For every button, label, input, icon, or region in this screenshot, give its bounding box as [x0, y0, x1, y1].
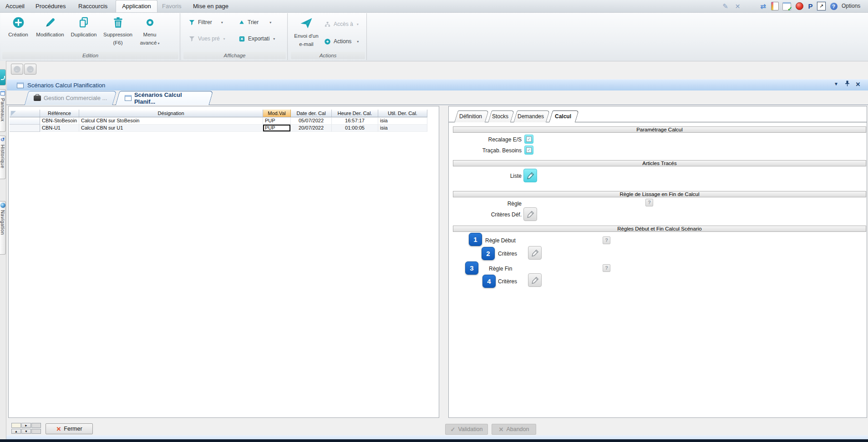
close-document-icon[interactable]: ✕: [854, 81, 862, 88]
menu-application[interactable]: Application: [116, 0, 157, 12]
col-header-util[interactable]: Util. Der. Cal.: [378, 110, 427, 117]
sidebar-tab-navigation[interactable]: Navigation: [0, 201, 6, 255]
record-last-button[interactable]: ►: [21, 423, 31, 428]
pin-glyph: [845, 80, 850, 86]
record-extra-button1[interactable]: [31, 423, 41, 428]
cell-reference[interactable]: CBN-StoBesoin: [40, 117, 79, 125]
table-row[interactable]: CBN-StoBesoin Calcul CBN sur StoBesoin P…: [10, 117, 427, 125]
menu-avance-button[interactable]: Menu avancé▾: [136, 15, 164, 52]
cell-date[interactable]: 05/07/2022: [291, 117, 332, 125]
liste-edit-button[interactable]: [523, 169, 537, 182]
section-parametrage-calcul: Paramétrage Calcul: [453, 126, 866, 133]
cell-reference[interactable]: CBN-U1: [40, 125, 79, 132]
validation-button[interactable]: ✓ Validation: [445, 424, 488, 435]
pin-icon[interactable]: [843, 80, 851, 88]
p-flag-icon[interactable]: P: [806, 1, 815, 11]
col-header-date[interactable]: Date der. Cal: [291, 110, 332, 117]
creation-button[interactable]: Création: [3, 15, 33, 52]
signature-edit-icon[interactable]: ✎: [721, 1, 730, 11]
cell-designation[interactable]: Calcul CBN sur U1: [79, 125, 263, 132]
tab-demandes[interactable]: Demandes: [513, 110, 548, 122]
help-icon[interactable]: ?: [829, 1, 838, 11]
menu-avance-label-line1: Menu: [143, 32, 157, 37]
record-prev-button[interactable]: ▲: [11, 429, 21, 434]
cell-designation[interactable]: Calcul CBN sur StoBesoin: [79, 117, 263, 125]
acces-a-button[interactable]: Accès à ▾: [324, 20, 359, 29]
titlebar-dropdown-icon[interactable]: ▼: [832, 81, 840, 86]
check-icon: ✓: [451, 426, 456, 433]
help-glyph: ?: [830, 3, 838, 10]
notebook-icon[interactable]: [770, 1, 780, 11]
regle-fin-help-button[interactable]: ?: [603, 264, 610, 272]
vues-pre-label: Vues pré: [198, 35, 220, 42]
exportation-button[interactable]: Exportati ▾: [239, 34, 275, 43]
col-header-heure[interactable]: Heure Der. Cal.: [332, 110, 378, 117]
sync-icon[interactable]: ⇄: [758, 1, 768, 11]
envoi-email-button[interactable]: Envoi d'un e-mail: [291, 15, 321, 52]
record-icon[interactable]: [795, 1, 804, 11]
tracab-checkbox[interactable]: ✓: [524, 146, 533, 155]
criteres-debut-button[interactable]: [528, 246, 542, 260]
actions-button[interactable]: Actions ▾: [324, 37, 359, 46]
filtrer-button[interactable]: Filtrer ▾: [188, 18, 223, 27]
col-header-modval[interactable]: Mod.Val: [263, 110, 291, 117]
history-forward-button[interactable]: →: [24, 64, 36, 75]
options-button[interactable]: Options: [842, 0, 860, 12]
tab-definition[interactable]: Définition: [454, 110, 487, 122]
delete-x-icon[interactable]: ✕: [733, 1, 742, 11]
panels-icon: [0, 91, 5, 95]
sidebar-collapsed-panel-tab[interactable]: [0, 69, 6, 85]
col-header-designation[interactable]: Désignation: [79, 110, 263, 117]
menu-raccourcis[interactable]: Raccourcis: [78, 0, 107, 12]
history-back-button[interactable]: ←: [11, 64, 23, 75]
grid-panel: Référence Désignation Mod.Val Date der. …: [8, 106, 439, 418]
tab-scenarios-calcul[interactable]: Scénarios Calcul Planif...: [115, 91, 211, 105]
cell-heure[interactable]: 01:00:05: [332, 125, 378, 132]
duplication-button[interactable]: Duplication: [67, 15, 100, 52]
sidebar-tab-panneaux[interactable]: Panneaux: [0, 89, 6, 132]
task-check-icon[interactable]: [782, 1, 792, 11]
abandon-button[interactable]: ✕ Abandon: [492, 424, 536, 435]
vues-pre-button[interactable]: Vues pré ▾: [188, 34, 225, 43]
cell-modval-selected[interactable]: PUP: [263, 125, 291, 132]
suppression-button[interactable]: Suppression (F6): [100, 15, 136, 52]
tab-gestion-commerciale[interactable]: Gestion Commerciale ...: [24, 91, 115, 105]
sidebar-tab-historique[interactable]: ↺ Historique: [0, 136, 6, 179]
tab-stocks[interactable]: Stocks: [488, 110, 513, 122]
menu-procedures[interactable]: Procédures: [36, 0, 66, 12]
table-row[interactable]: CBN-U1 Calcul CBN sur U1 PUP 20/07/2022 …: [10, 125, 427, 132]
tracab-label: Traçab. Besoins: [453, 147, 522, 154]
pencil-icon: [44, 16, 56, 29]
trier-button[interactable]: Trier ▾: [239, 18, 271, 27]
record-next-button[interactable]: ▼: [21, 429, 31, 434]
cell-date[interactable]: 20/07/2022: [291, 125, 332, 132]
row-selector-cell[interactable]: [10, 117, 40, 125]
record-first-button[interactable]: [11, 423, 21, 428]
fermer-button[interactable]: ✕ Fermer: [46, 423, 93, 434]
menu-mise-en-page[interactable]: Mise en page: [193, 0, 228, 12]
criteres-fin-button[interactable]: [528, 273, 542, 287]
annotation-badge-4: 4: [482, 275, 496, 288]
arrow-circle-icon: [324, 38, 331, 45]
filter-icon: [188, 19, 195, 26]
menu-avance-caret-icon: ▾: [158, 41, 160, 45]
criteres-def-button[interactable]: [523, 207, 537, 221]
tab-calcul[interactable]: Calcul: [549, 110, 577, 122]
grid-corner-cell[interactable]: [10, 110, 40, 117]
recalage-checkbox[interactable]: ✓: [524, 135, 533, 144]
cell-heure[interactable]: 16:57:17: [332, 117, 378, 125]
menu-accueil[interactable]: Accueil: [5, 0, 25, 12]
col-header-reference[interactable]: Référence: [40, 110, 79, 117]
cell-util[interactable]: isia: [378, 125, 427, 132]
cell-modval[interactable]: PUP: [263, 117, 291, 125]
row-selector-cell-selected[interactable]: [10, 125, 40, 132]
regle-debut-help-button[interactable]: ?: [603, 236, 610, 244]
share-icon[interactable]: ↗: [817, 1, 826, 11]
regle-help-button[interactable]: ?: [645, 199, 653, 206]
menu-favoris[interactable]: Favoris: [162, 0, 182, 12]
modification-button[interactable]: Modification: [33, 15, 67, 52]
page-title: Scénarios Calcul Planification: [27, 82, 105, 89]
gear-icon: [144, 16, 156, 29]
record-extra-button2[interactable]: [31, 429, 41, 434]
cell-util[interactable]: isia: [378, 117, 427, 125]
